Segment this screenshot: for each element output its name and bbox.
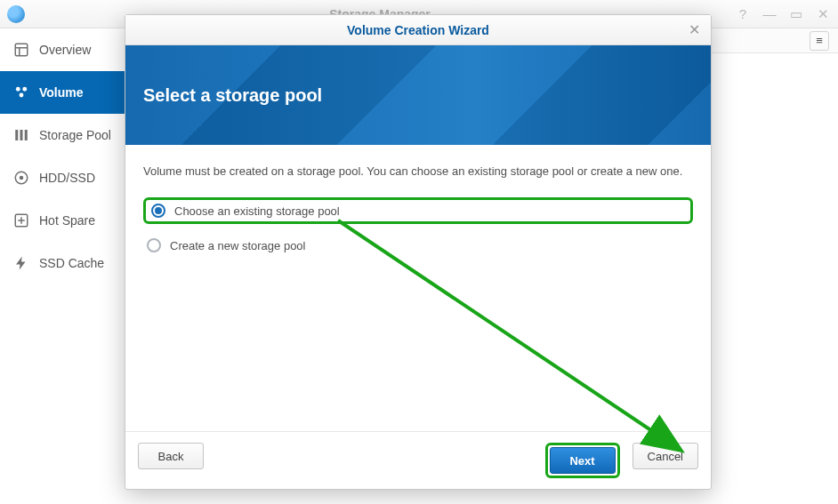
sidebar-item-hdd-ssd[interactable]: HDD/SSD — [0, 156, 125, 199]
radio-label: Create a new storage pool — [170, 239, 305, 252]
radio-icon — [147, 238, 161, 252]
radio-choose-existing[interactable]: Choose an existing storage pool — [143, 197, 693, 224]
next-button[interactable]: Next — [550, 447, 616, 474]
sidebar: Overview Volume Storage Pool HDD/SSD Hot… — [0, 28, 125, 504]
sidebar-item-label: Overview — [39, 43, 91, 57]
dialog-footer: Back Next Cancel — [125, 431, 711, 489]
dialog-titlebar: Volume Creation Wizard ✕ — [125, 15, 711, 45]
sidebar-item-label: HDD/SSD — [39, 171, 95, 185]
close-icon[interactable]: ✕ — [686, 21, 702, 37]
svg-point-8 — [20, 177, 23, 180]
svg-rect-0 — [15, 44, 28, 56]
sidebar-item-volume[interactable]: Volume — [0, 71, 125, 114]
svg-point-2 — [22, 87, 27, 92]
footer-spacer — [216, 443, 533, 478]
sidebar-item-label: SSD Cache — [39, 256, 104, 270]
close-window-icon[interactable]: ✕ — [815, 6, 831, 22]
dialog-banner: Select a storage pool — [125, 45, 711, 145]
radio-create-new[interactable]: Create a new storage pool — [143, 233, 693, 258]
banner-heading: Select a storage pool — [143, 85, 322, 106]
help-icon[interactable]: ? — [735, 6, 751, 22]
hdd-icon — [12, 169, 30, 187]
maximize-icon[interactable]: ▭ — [788, 6, 804, 22]
radio-label: Choose an existing storage pool — [174, 204, 340, 218]
overview-icon — [12, 41, 30, 59]
dialog-body: Volume must be created on a storage pool… — [125, 145, 711, 431]
sidebar-item-ssd-cache[interactable]: SSD Cache — [0, 242, 125, 284]
svg-point-1 — [16, 87, 20, 92]
minimize-icon[interactable]: — — [761, 6, 778, 22]
radio-icon — [151, 204, 165, 218]
hot-spare-icon — [12, 212, 30, 229]
back-button[interactable]: Back — [138, 443, 204, 469]
storage-pool-icon — [12, 126, 30, 144]
next-highlight: Next — [545, 443, 620, 478]
sidebar-item-hot-spare[interactable]: Hot Spare — [0, 199, 125, 242]
svg-rect-6 — [25, 130, 28, 140]
svg-rect-5 — [20, 130, 23, 140]
sidebar-item-label: Volume — [39, 85, 84, 100]
list-toggle-icon[interactable]: ≡ — [810, 31, 829, 51]
hint-text: Volume must be created on a storage pool… — [143, 164, 693, 178]
dialog-title: Volume Creation Wizard — [347, 23, 489, 37]
svg-rect-4 — [15, 130, 18, 140]
sidebar-item-overview[interactable]: Overview — [0, 28, 125, 71]
cancel-button[interactable]: Cancel — [633, 443, 698, 469]
volume-icon — [12, 84, 30, 101]
ssd-cache-icon — [12, 254, 30, 272]
volume-creation-wizard-dialog: Volume Creation Wizard ✕ Select a storag… — [125, 14, 712, 490]
sidebar-item-label: Hot Spare — [39, 213, 95, 228]
window-controls: ? — ▭ ✕ — [735, 6, 831, 22]
svg-point-3 — [20, 93, 24, 98]
sidebar-item-label: Storage Pool — [39, 128, 111, 142]
sidebar-item-storage-pool[interactable]: Storage Pool — [0, 114, 125, 156]
app-icon — [7, 5, 25, 23]
